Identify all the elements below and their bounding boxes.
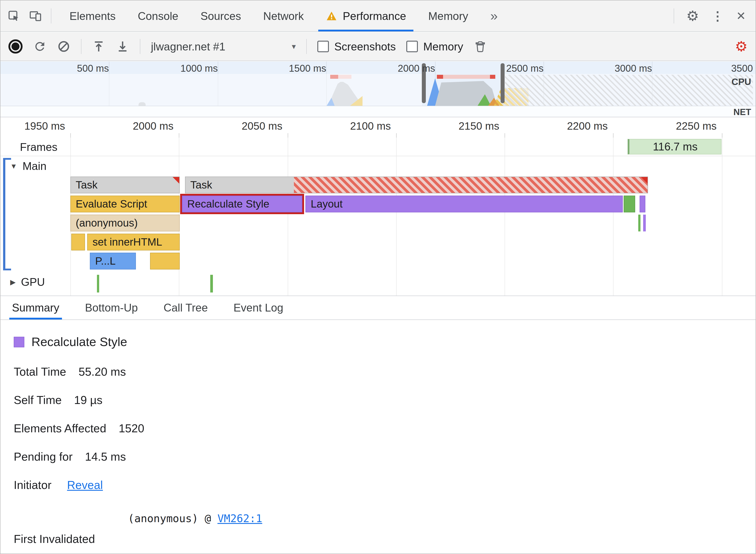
summary-pane: Recalculate Style Total Time55.20 ms Sel…: [0, 320, 756, 554]
devtools-window: Elements Console Sources Network Perform…: [0, 0, 756, 554]
checkbox-box: [406, 41, 418, 52]
kebab-menu-icon[interactable]: ⋮: [711, 9, 724, 23]
gpu-track-header[interactable]: ▶ GPU: [10, 276, 45, 288]
device-toolbar-icon[interactable]: [29, 10, 42, 22]
settings-gear-icon[interactable]: ⚙: [686, 7, 699, 24]
long-task-marker: [443, 75, 490, 79]
tab-performance[interactable]: Performance: [315, 0, 417, 32]
stat-pending-for: Pending for14.5 ms: [14, 450, 756, 464]
frame-duration-badge[interactable]: 116.7 ms: [628, 139, 721, 155]
capture-settings-gear-icon[interactable]: ⚙: [735, 38, 748, 55]
ruler-tick: 1950 ms: [3, 120, 65, 132]
chevron-down-icon: ▾: [292, 42, 296, 51]
separator: [51, 8, 51, 23]
separator: [306, 39, 307, 54]
tab-elements[interactable]: Elements: [58, 0, 126, 32]
ruler-tick: 2100 ms: [329, 120, 391, 132]
gpu-activity-tick: [97, 275, 99, 292]
overview-tick: 500 ms: [43, 63, 109, 74]
flame-bar-script-small[interactable]: [71, 234, 85, 251]
flame-sliver-render[interactable]: [643, 215, 646, 231]
long-task-marker: [437, 75, 443, 79]
frames-track: Frames 116.7 ms: [0, 137, 756, 156]
flame-bar-task-long[interactable]: Task: [185, 176, 648, 193]
long-task-marker: [490, 75, 495, 79]
timeline-overview: 500 ms 1000 ms 1500 ms 2000 ms 2500 ms 3…: [0, 61, 756, 117]
long-task-stripes: [294, 177, 648, 193]
selection-curtain-left: [0, 74, 422, 106]
stat-total-time: Total Time55.20 ms: [14, 365, 756, 379]
summary-header: Recalculate Style: [14, 335, 756, 349]
event-color-swatch: [14, 337, 24, 347]
flame-bar-layout[interactable]: Layout: [306, 196, 623, 212]
flame-bar-paint[interactable]: [624, 196, 635, 212]
separator: [140, 39, 140, 54]
chevron-expanded-icon: ▼: [10, 162, 17, 170]
memory-checkbox[interactable]: Memory: [406, 40, 463, 53]
overview-tick: 1000 ms: [151, 63, 218, 74]
ruler-tick: 2150 ms: [437, 120, 499, 132]
screenshots-checkbox[interactable]: Screenshots: [317, 40, 396, 53]
flame-bar-task[interactable]: Task: [70, 176, 180, 193]
close-icon[interactable]: ✕: [736, 9, 746, 23]
network-strip: NET: [0, 106, 756, 117]
flame-bar-set-innerhtml[interactable]: set innerHTML: [87, 234, 180, 251]
record-button[interactable]: [8, 39, 22, 54]
devtools-tabbar: Elements Console Sources Network Perform…: [0, 0, 756, 32]
stat-first-invalidated: First Invalidated (anonymous) @ VM262:1: [14, 512, 756, 548]
flame-bar-recalculate-style-selected[interactable]: Recalculate Style: [182, 196, 302, 212]
flame-bar-script-small2[interactable]: [150, 253, 180, 270]
stat-elements-affected: Elements Affected1520: [14, 422, 756, 435]
overview-tick: 2500 ms: [477, 63, 544, 74]
tabbar-left-icons: [0, 8, 58, 23]
main-track-header[interactable]: ▼ Main: [10, 160, 47, 173]
flame-chart: ▼ Main Task Task Evaluate Script Recalcu…: [0, 156, 756, 296]
overview-tick: 2000 ms: [369, 63, 435, 74]
reveal-link[interactable]: Reveal: [67, 478, 103, 492]
ruler-tick: 2200 ms: [546, 120, 608, 132]
checkbox-box: [317, 41, 329, 52]
tab-network[interactable]: Network: [252, 0, 315, 32]
trash-icon[interactable]: [474, 40, 486, 53]
tab-event-log[interactable]: Event Log: [233, 296, 283, 320]
more-tabs-button[interactable]: »: [479, 0, 509, 32]
tab-bottom-up[interactable]: Bottom-Up: [85, 296, 138, 320]
gpu-activity-tick: [210, 275, 213, 292]
performance-toolbar: jlwagner.net #1 ▾ Screenshots Memory ⚙: [0, 32, 756, 61]
screenshot-stage: Elements Console Sources Network Perform…: [0, 0, 756, 554]
reload-record-icon[interactable]: [33, 40, 47, 53]
selection-curtain-right: [504, 74, 756, 106]
gpu-track-label: GPU: [21, 276, 45, 288]
summary-title: Recalculate Style: [32, 335, 127, 349]
ruler-tick: 2000 ms: [112, 120, 173, 132]
flame-bar-anonymous[interactable]: (anonymous): [70, 215, 180, 231]
tab-memory[interactable]: Memory: [417, 0, 479, 32]
stack-frame-text: (anonymous) @: [128, 512, 218, 525]
flame-sliver-paint[interactable]: [638, 215, 641, 231]
tab-call-tree[interactable]: Call Tree: [164, 296, 208, 320]
save-profile-icon[interactable]: [116, 40, 129, 53]
flame-bar-render-small[interactable]: [640, 196, 645, 212]
tab-console[interactable]: Console: [126, 0, 189, 32]
tab-summary[interactable]: Summary: [12, 296, 59, 320]
tabbar-right-icons: ⚙ ⋮ ✕: [673, 7, 756, 24]
inspect-icon[interactable]: [7, 10, 20, 22]
selected-track-bracket: [3, 158, 11, 270]
overview-tick: 3000 ms: [586, 63, 652, 74]
stat-initiator: Initiator Reveal: [14, 478, 756, 492]
overview-tick: 1500 ms: [260, 63, 326, 74]
flame-bar-parse-html[interactable]: P...L: [90, 253, 136, 270]
load-profile-icon[interactable]: [92, 40, 105, 53]
clear-icon[interactable]: [57, 40, 70, 53]
flame-bar-evaluate-script[interactable]: Evaluate Script: [70, 196, 180, 212]
frames-label: Frames: [20, 137, 57, 156]
overview-tick: 3500: [687, 63, 753, 74]
tab-sources[interactable]: Sources: [190, 0, 252, 32]
separator: [673, 8, 674, 23]
separator: [81, 39, 82, 54]
detail-ruler[interactable]: 1950 ms 2000 ms 2050 ms 2100 ms 2150 ms …: [0, 117, 756, 137]
main-track-label: Main: [22, 160, 47, 173]
chevron-collapsed-icon: ▶: [10, 278, 16, 286]
history-dropdown[interactable]: jlwagner.net #1 ▾: [151, 40, 296, 53]
source-location-link[interactable]: VM262:1: [218, 512, 262, 525]
